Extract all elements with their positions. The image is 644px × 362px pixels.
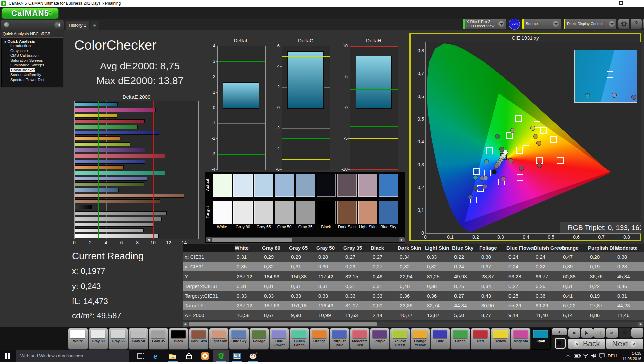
patch-button-red[interactable]: Red bbox=[471, 328, 490, 350]
speaker-icon[interactable] bbox=[590, 353, 597, 362]
meter-dropdown[interactable]: X-Rite i1Pro 2LCD Direct View bbox=[463, 19, 506, 29]
patch-button-gray-50[interactable]: Gray 50 bbox=[128, 328, 148, 350]
transport-refresh-button[interactable]: ↻ bbox=[619, 328, 631, 338]
next-button[interactable]: Next » bbox=[606, 339, 643, 349]
search-input[interactable]: Web und Windows durchsuchen bbox=[16, 350, 129, 362]
tab-history-1[interactable]: History 1 bbox=[66, 21, 89, 30]
transport-play-button[interactable]: ▶ bbox=[581, 328, 593, 338]
sidebar-item-cms-calibration[interactable]: CMS Calibration bbox=[10, 53, 63, 58]
sidebar-item-grayscale[interactable]: Grayscale bbox=[10, 48, 63, 53]
bar-orange bbox=[75, 165, 124, 169]
chevron-down-icon[interactable] bbox=[609, 21, 615, 27]
clock[interactable]: 14:15 14.05.2016 bbox=[618, 351, 641, 361]
patch-button-gray-80[interactable]: Gray 80 bbox=[88, 328, 108, 350]
taskbar-app-paint[interactable] bbox=[246, 350, 261, 362]
transport-stop-button[interactable]: ■ bbox=[568, 328, 580, 338]
patch-button-purplish-blue[interactable]: Purplish Blue bbox=[330, 328, 350, 350]
patch-button-green[interactable]: Green bbox=[450, 328, 470, 350]
chevron-down-icon[interactable] bbox=[498, 21, 504, 27]
close-button[interactable] bbox=[629, 0, 644, 7]
calman-icon bbox=[217, 352, 225, 361]
taskbar-app-calman[interactable] bbox=[213, 350, 229, 362]
taskbar-app-presentation-app[interactable] bbox=[229, 350, 245, 362]
reference-line bbox=[350, 126, 398, 127]
table-scrollbar[interactable]: ◀ ▶ bbox=[183, 322, 643, 327]
scroll-left-icon[interactable]: ◀ bbox=[206, 237, 211, 242]
table-cell: 0,27 bbox=[508, 281, 534, 291]
row-label: Y bbox=[183, 272, 237, 281]
patch-button-orange-yellow[interactable]: Orange Yellow bbox=[410, 328, 430, 350]
source-dropdown[interactable]: Source bbox=[522, 19, 561, 29]
table-cell: 81,07 bbox=[345, 301, 371, 310]
transport-loop-button[interactable]: ∞ bbox=[606, 328, 618, 338]
transport-interval-button[interactable]: [·] bbox=[593, 328, 605, 338]
cie-x-tick-label: 0,4 bbox=[521, 234, 531, 240]
swatch-scrollbar[interactable]: ◀▶ bbox=[206, 237, 405, 242]
logo-menu-button[interactable] bbox=[48, 10, 53, 16]
patch-button-white[interactable]: White bbox=[68, 328, 88, 350]
patch-button-orange[interactable]: Orange bbox=[310, 328, 329, 350]
scroll-right-icon[interactable]: ▶ bbox=[638, 322, 643, 327]
wifi-icon[interactable] bbox=[583, 353, 589, 362]
table-cell: 0,32 bbox=[427, 262, 452, 272]
battery-icon[interactable] bbox=[574, 353, 581, 362]
patch-button-foliage[interactable]: Foliage bbox=[249, 328, 269, 350]
patch-button-cyan[interactable]: Cyan bbox=[531, 328, 551, 350]
patch-button-blue-flower[interactable]: Blue Flower bbox=[269, 328, 289, 350]
patch-button-light-skin[interactable]: Light Skin bbox=[209, 328, 229, 350]
language-indicator[interactable]: DEU bbox=[608, 353, 617, 362]
patch-button-purple[interactable]: Purple bbox=[370, 328, 390, 350]
patch-button-yellow-green[interactable]: Yellow Green bbox=[390, 328, 410, 350]
swatch-scrollbar-thumb[interactable] bbox=[212, 238, 292, 242]
scroll-right-icon[interactable]: ▶ bbox=[399, 237, 405, 242]
tick-mark bbox=[216, 61, 217, 62]
tray-chevron-up-icon[interactable] bbox=[566, 353, 570, 362]
pattern-window-button[interactable] bbox=[552, 336, 567, 349]
sidebar-item-screen-uniformity[interactable]: Screen Uniformity bbox=[10, 72, 63, 77]
taskbar-app-media-player[interactable] bbox=[197, 350, 213, 362]
deltae2000-chart-title: DeltaE 2000 bbox=[74, 94, 199, 100]
patch-button-magenta[interactable]: Magenta bbox=[511, 328, 531, 350]
chevron-down-icon[interactable] bbox=[553, 21, 559, 27]
patch-button-gray-65[interactable]: Gray 65 bbox=[108, 328, 128, 350]
patch-button-black[interactable]: Black bbox=[169, 328, 189, 350]
sidebar-item-saturation-sweeps[interactable]: Saturation Sweeps bbox=[10, 58, 63, 63]
meter-badge[interactable]: 228 bbox=[509, 19, 520, 30]
tree-expand-icon[interactable]: ◆ bbox=[4, 40, 7, 44]
sidebar-item-colorchecker[interactable]: ColorChecker bbox=[10, 68, 35, 73]
tree-root[interactable]: ◆Quick Analysis bbox=[4, 39, 63, 43]
display-control-dropdown[interactable]: Direct Display Control bbox=[564, 19, 616, 29]
scroll-left-icon[interactable]: ◀ bbox=[183, 322, 188, 327]
patch-button-moderate-red[interactable]: Moderate Red bbox=[350, 328, 370, 350]
taskbar-app-file-explorer[interactable] bbox=[165, 350, 180, 362]
sidebar-collapse-button[interactable] bbox=[54, 22, 61, 28]
maximize-button[interactable] bbox=[613, 0, 629, 7]
tab-add-button[interactable]: + bbox=[90, 21, 99, 30]
back-button[interactable]: « Back bbox=[568, 339, 605, 349]
patch-color bbox=[513, 330, 528, 338]
taskbar-app-edge[interactable]: e bbox=[149, 350, 164, 362]
cie-x-tick-label: 0,8 bbox=[622, 234, 632, 240]
help-button[interactable]: ? bbox=[631, 19, 642, 29]
strip-expand-button[interactable]: ▲ bbox=[552, 328, 567, 335]
record-dot-icon[interactable] bbox=[4, 22, 9, 27]
action-center-icon[interactable] bbox=[599, 353, 605, 362]
patch-button-gray-35[interactable]: Gray 35 bbox=[149, 328, 168, 350]
sidebar-item-spectral-power-dist-[interactable]: Spectral Power Dist. bbox=[10, 77, 63, 82]
table-scrollbar-thumb[interactable] bbox=[189, 322, 377, 326]
transport-blank-button[interactable] bbox=[631, 328, 643, 338]
patch-button-blue[interactable]: Blue bbox=[430, 328, 450, 350]
sidebar-item-luminance-sweeps[interactable]: Luminance Sweeps bbox=[10, 63, 63, 68]
patch-button-blue-sky[interactable]: Blue Sky bbox=[229, 328, 249, 350]
minimize-button[interactable] bbox=[598, 0, 613, 7]
taskbar-app-task-view[interactable] bbox=[133, 350, 148, 362]
cie-zoom-inset[interactable] bbox=[574, 50, 637, 103]
deltah-plot bbox=[350, 46, 398, 170]
start-button[interactable] bbox=[0, 350, 15, 362]
sidebar-item-introduction[interactable]: Introduction bbox=[10, 43, 63, 48]
patch-button-bluish-green[interactable]: Bluish Green bbox=[289, 328, 309, 350]
settings-button[interactable] bbox=[618, 19, 629, 29]
taskbar-app-store[interactable] bbox=[181, 350, 197, 362]
patch-button-yellow[interactable]: Yellow bbox=[491, 328, 511, 350]
patch-button-dark-skin[interactable]: Dark Skin bbox=[189, 328, 209, 350]
